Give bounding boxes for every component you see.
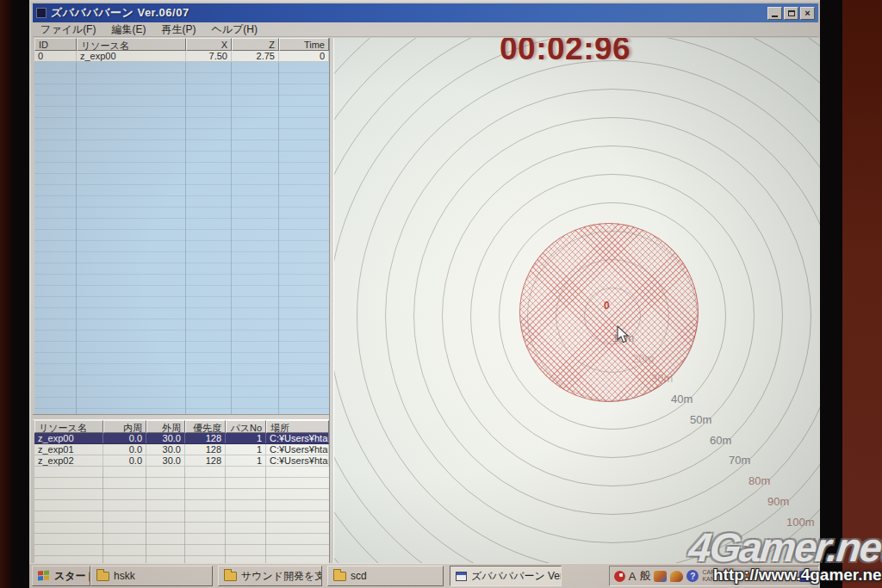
column-gridline [76, 62, 77, 414]
folder-icon [224, 572, 237, 581]
table-row[interactable]: z_exp020.030.01281C:¥Users¥htar [34, 455, 329, 467]
ime-conversion-mode[interactable]: 般 [639, 568, 650, 584]
table-cell: 0.0 [103, 433, 146, 443]
column-header[interactable]: X [186, 38, 232, 51]
table-cell: C:¥Users¥htar [266, 455, 329, 466]
table-cell: z_exp00 [34, 433, 103, 443]
menu-item[interactable]: 編集(E) [103, 22, 153, 37]
table-cell: z_exp02 [34, 455, 103, 466]
resource-table[interactable]: IDリソース名XZTime0z_exp007.502.750 [34, 38, 329, 414]
folder-icon [96, 572, 109, 581]
minimize-icon [772, 15, 778, 17]
ime-help-icon[interactable]: ? [686, 570, 699, 582]
close-button[interactable]: × [800, 7, 815, 20]
column-header[interactable]: リソース名 [77, 38, 186, 51]
table-cell: z_exp00 [77, 51, 186, 61]
4gamer-watermark-url: http://www.4gamer.net/ [713, 566, 882, 585]
table-cell: 30.0 [146, 444, 185, 455]
column-gridline [265, 467, 266, 565]
column-header[interactable]: 優先度 [185, 420, 226, 433]
column-gridline [231, 62, 232, 414]
table-row[interactable]: z_exp000.030.01281C:¥Users¥htar [34, 433, 329, 444]
taskbar-item-label: サウンド開発を支えるツ... [241, 569, 322, 584]
mouse-cursor [617, 325, 630, 344]
distance-radar-view[interactable]: 10m20m30m40m50m60m70m80m90m100m110m000:0… [334, 38, 820, 565]
minimize-button[interactable] [767, 7, 782, 20]
playback-timer: 00:02:96 [500, 38, 630, 67]
column-header[interactable]: 場所 [266, 420, 329, 433]
maximize-icon [788, 10, 795, 16]
column-header[interactable]: 内周 [103, 420, 146, 433]
menu-item[interactable]: ファイル(F) [33, 22, 103, 37]
taskbar-item[interactable]: hskk [90, 566, 213, 586]
taskbar-item-label: hskk [114, 570, 135, 582]
menu-item[interactable]: ヘルプ(H) [203, 22, 265, 37]
origin-marker: 0 [604, 300, 610, 312]
sound-range-circle [519, 223, 699, 402]
table-cell: 0.0 [103, 444, 146, 455]
table-cell: 0.0 [103, 455, 146, 466]
column-header[interactable]: Z [232, 38, 279, 51]
table-cell: 30.0 [146, 433, 185, 443]
start-button-label: スタート [54, 569, 90, 584]
ime-tools-icon[interactable] [670, 571, 683, 582]
wall-background-right [842, 0, 882, 588]
table-cell: 1 [226, 444, 266, 455]
table-cell: 1 [226, 455, 266, 466]
table-cell: C:¥Users¥htar [266, 444, 329, 455]
app-window: ズババババーン Ver.06/07 × ファイル(F)編集(E)再生(P)ヘルプ… [29, 0, 820, 588]
maximize-button[interactable] [784, 7, 798, 20]
projected-windows-desktop: ズババババーン Ver.06/07 × ファイル(F)編集(E)再生(P)ヘルプ… [29, 0, 820, 588]
column-header[interactable]: リソース名 [34, 420, 103, 433]
table-cell: 128 [185, 433, 226, 443]
start-button[interactable]: スタート [32, 566, 90, 586]
table-row[interactable]: z_exp010.030.01281C:¥Users¥htar [34, 444, 329, 455]
table-cell: 7.50 [186, 51, 232, 61]
taskbar-item-label: ズババババーン Ver.... [471, 569, 562, 584]
table-header: IDリソース名XZTime [34, 38, 329, 51]
wall-background-left [0, 0, 13, 588]
window-title: ズババババーン Ver.06/07 [51, 5, 189, 21]
table-cell: 128 [185, 444, 226, 455]
ime-language-icon[interactable] [614, 571, 625, 582]
table-cell: 128 [185, 455, 226, 466]
table-splitter[interactable] [33, 414, 331, 420]
table-cell: 30.0 [146, 455, 185, 466]
column-header[interactable]: Time [279, 38, 329, 51]
ime-input-mode[interactable]: A [629, 570, 637, 583]
column-gridline [225, 467, 226, 565]
table-cell: 0 [34, 51, 77, 61]
windows-logo-icon [38, 570, 50, 581]
empty-rows-area [34, 467, 329, 565]
column-gridline [278, 62, 279, 414]
table-cell: 0 [279, 51, 329, 61]
column-gridline [184, 467, 185, 565]
taskbar-item[interactable]: scd [327, 566, 444, 586]
title-bar[interactable]: ズババババーン Ver.06/07 × [33, 3, 818, 22]
table-row[interactable]: 0z_exp007.502.750 [34, 51, 329, 62]
app-icon [36, 8, 47, 18]
photo-of-projected-screen: ズババババーン Ver.06/07 × ファイル(F)編集(E)再生(P)ヘルプ… [0, 0, 882, 588]
taskbar-item[interactable]: サウンド開発を支えるツ... [218, 566, 322, 586]
column-header[interactable]: パスNo [226, 420, 266, 433]
column-header[interactable]: ID [34, 38, 77, 51]
column-gridline [146, 467, 146, 565]
table-cell: z_exp01 [34, 444, 103, 455]
menu-item[interactable]: 再生(P) [153, 22, 203, 37]
table-cell: 2.75 [232, 51, 279, 61]
empty-rows-area [34, 62, 329, 414]
taskbar-item[interactable]: ズババババーン Ver.... [450, 566, 562, 586]
folder-icon [333, 572, 346, 581]
4gamer-watermark-logo: 4Gamer.net [686, 523, 882, 571]
window-icon [456, 572, 467, 581]
table-cell: C:¥Users¥htar [266, 433, 329, 443]
window-icon-bar [457, 573, 466, 575]
close-icon: × [804, 9, 810, 18]
taskbar-item-label: scd [351, 570, 367, 582]
column-gridline [102, 467, 103, 565]
table-header: リソース名内周外周優先度パスNo場所 [34, 420, 329, 433]
column-gridline [185, 62, 186, 414]
column-header[interactable]: 外周 [146, 420, 185, 433]
playback-resource-table[interactable]: リソース名内周外周優先度パスNo場所z_exp000.030.01281C:¥U… [34, 420, 329, 565]
ime-pad-icon[interactable] [654, 571, 667, 582]
